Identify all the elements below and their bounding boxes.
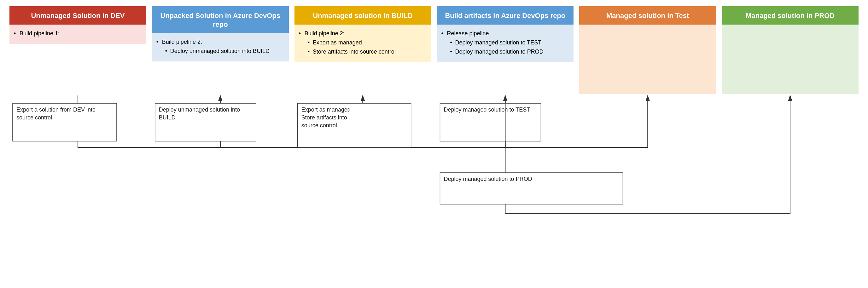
list-item: Release pipelineDeploy managed solution … — [441, 30, 569, 56]
box-header-1: Unmanaged Solution in DEV — [9, 6, 146, 25]
list-item: Deploy managed solution to TEST — [447, 39, 569, 46]
svg-rect-3 — [298, 103, 411, 148]
box-5: Managed solution in Test — [579, 6, 716, 94]
box-body-4: Release pipelineDeploy managed solution … — [437, 25, 574, 62]
box-6: Managed solution in PROD — [722, 6, 859, 94]
svg-rect-2 — [155, 103, 256, 141]
box-header-6: Managed solution in PROD — [722, 6, 859, 25]
box-header-2: Unpacked Solution in Azure DevOps repo — [152, 6, 289, 33]
box-1: Unmanaged Solution in DEVBuild pipeline … — [9, 6, 146, 94]
box-header-4: Build artifacts in Azure DevOps repo — [437, 6, 574, 25]
list-item: Store artifacts into source control — [305, 48, 427, 56]
list-item: Export as managed — [305, 39, 427, 46]
box-4: Build artifacts in Azure DevOps repoRele… — [437, 6, 574, 94]
box-body-1: Build pipeline 1: — [9, 25, 146, 44]
svg-rect-4 — [440, 103, 541, 141]
box-2: Unpacked Solution in Azure DevOps repoBu… — [152, 6, 289, 94]
label-export-managed: Export as managedStore artifacts intosou… — [298, 103, 411, 148]
label-export-dev: Export a solution from DEV into source c… — [12, 103, 117, 141]
box-header-3: Unmanaged solution in BUILD — [294, 6, 431, 25]
box-body-5 — [579, 25, 716, 94]
box-body-2: Build pipeline 2:Deploy unmanaged soluti… — [152, 33, 289, 61]
arrows-section: Export a solution from DEV into source c… — [9, 94, 859, 264]
boxes-row: Unmanaged Solution in DEVBuild pipeline … — [9, 6, 859, 94]
svg-rect-1 — [12, 103, 117, 141]
list-item: Build pipeline 2:Deploy unmanaged soluti… — [156, 38, 284, 55]
label-deploy-prod: Deploy managed solution to PROD — [440, 173, 623, 204]
diagram-container: Unmanaged Solution in DEVBuild pipeline … — [9, 6, 859, 264]
label-deploy-test: Deploy managed solution to TEST — [440, 103, 541, 141]
list-item: Deploy unmanaged solution into BUILD — [162, 47, 284, 55]
label-deploy-build: Deploy unmanaged solution into BUILD — [155, 103, 256, 141]
svg-rect-5 — [440, 173, 623, 204]
list-item: Deploy managed solution to PROD — [447, 48, 569, 56]
list-item: Build pipeline 1: — [14, 30, 142, 37]
box-body-6 — [722, 25, 859, 94]
list-item: Build pipeline 2:Export as managedStore … — [299, 30, 427, 56]
box-header-5: Managed solution in Test — [579, 6, 716, 25]
arrows-svg: Export a solution from DEV into source c… — [9, 94, 859, 264]
box-3: Unmanaged solution in BUILDBuild pipelin… — [294, 6, 431, 94]
box-body-3: Build pipeline 2:Export as managedStore … — [294, 25, 431, 62]
